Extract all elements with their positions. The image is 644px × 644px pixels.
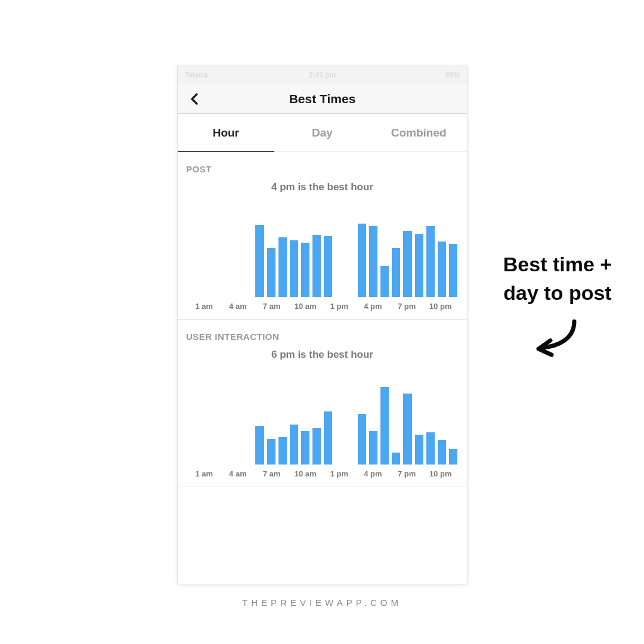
x-tick: 1 pm <box>323 469 357 478</box>
bar <box>369 431 377 465</box>
x-tick: 4 pm <box>356 469 390 478</box>
x-tick: 4 am <box>221 302 255 311</box>
bar <box>278 237 287 297</box>
bar <box>290 240 298 297</box>
bar-slot <box>233 219 241 297</box>
bar-slot <box>267 219 275 297</box>
bar <box>380 387 389 465</box>
bar-slot <box>415 219 423 297</box>
bar <box>380 266 389 297</box>
tab-day[interactable]: Day <box>274 114 371 151</box>
x-tick: 1 am <box>187 302 221 311</box>
chart-post-xaxis: 1 am4 am7 am10 am1 pm4 pm7 pm10 pm <box>186 302 459 311</box>
bar-slot <box>426 219 435 297</box>
tab-bar: Hour Day Combined <box>178 114 467 152</box>
bar-slot <box>301 219 309 297</box>
back-button[interactable] <box>186 91 203 107</box>
bar-slot <box>449 387 457 465</box>
section-post-label: POST <box>186 164 459 174</box>
phone-frame: Telstra 2:41 pm 85% Best Times Hour Day … <box>177 66 467 584</box>
bar-slot <box>415 387 423 465</box>
bar-slot <box>392 219 400 297</box>
bar-slot <box>369 387 377 465</box>
bar-slot <box>426 387 435 465</box>
bar <box>267 248 275 297</box>
bar <box>324 236 332 297</box>
bar-slot <box>312 219 321 297</box>
x-tick: 10 pm <box>423 469 457 478</box>
bar <box>392 248 400 297</box>
bar-slot <box>221 219 230 297</box>
bar-slot <box>358 219 366 297</box>
bar-slot <box>278 387 287 465</box>
tab-combined[interactable]: Combined <box>370 114 467 151</box>
bar-slot <box>449 219 457 297</box>
bar-slot <box>290 219 298 297</box>
status-battery: 85% <box>445 71 460 79</box>
x-tick: 10 am <box>289 469 323 478</box>
bar <box>438 242 446 297</box>
bar <box>403 231 411 297</box>
bar-slot <box>244 219 252 297</box>
status-carrier: Telstra <box>185 71 208 79</box>
bar <box>255 225 264 297</box>
bar-slot <box>255 387 264 465</box>
bar-slot <box>187 219 196 297</box>
bar-slot <box>210 219 218 297</box>
bar-slot <box>346 219 355 297</box>
annotation: Best time + day to post <box>489 250 626 360</box>
bar-slot <box>392 387 400 465</box>
bar <box>358 224 366 297</box>
bar <box>426 226 435 297</box>
x-tick: 1 pm <box>323 302 357 311</box>
chevron-left-icon <box>190 93 199 105</box>
bar-slot <box>369 219 377 297</box>
section-interaction: USER INTERACTION 6 pm is the best hour 1… <box>178 320 467 487</box>
bar <box>358 414 366 465</box>
status-bar: Telstra 2:41 pm 85% <box>178 66 467 84</box>
x-tick: 7 pm <box>390 302 424 311</box>
x-tick: 10 am <box>289 302 323 311</box>
bar-slot <box>403 387 411 465</box>
bar-slot <box>380 387 389 465</box>
bar <box>449 244 457 297</box>
bar <box>403 394 411 465</box>
section-interaction-subtitle: 6 pm is the best hour <box>186 349 459 361</box>
bar-slot <box>346 387 355 465</box>
chart-post <box>186 219 459 297</box>
section-interaction-label: USER INTERACTION <box>186 332 459 342</box>
bar <box>301 431 309 465</box>
bar-slot <box>187 387 196 465</box>
bar-slot <box>335 387 343 465</box>
bar <box>324 411 332 465</box>
bar-slot <box>403 219 411 297</box>
bar-slot <box>324 219 332 297</box>
bar-slot <box>278 219 287 297</box>
bar-slot <box>438 387 446 465</box>
x-tick: 7 am <box>255 469 289 478</box>
bar <box>369 226 377 297</box>
bar <box>301 243 309 297</box>
bar-slot <box>380 219 389 297</box>
bar <box>438 440 446 465</box>
bar-slot <box>199 219 207 297</box>
bar <box>392 453 400 465</box>
x-tick: 7 am <box>255 302 289 311</box>
tab-hour[interactable]: Hour <box>178 114 274 151</box>
x-tick: 10 pm <box>423 302 457 311</box>
chart-interaction <box>186 387 459 465</box>
nav-bar: Best Times <box>178 84 467 114</box>
bar <box>312 235 321 297</box>
bar-slot <box>199 387 207 465</box>
bar-slot <box>335 219 343 297</box>
footer-credit: THEPREVIEWAPP.COM <box>0 597 644 608</box>
x-tick: 4 am <box>221 469 255 478</box>
bar-slot <box>255 219 264 297</box>
bar-slot <box>233 387 241 465</box>
bar-slot <box>267 387 275 465</box>
bar <box>449 449 457 465</box>
bar-slot <box>244 387 252 465</box>
section-post-subtitle: 4 pm is the best hour <box>186 181 459 193</box>
x-tick: 7 pm <box>390 469 424 478</box>
bar <box>290 425 298 465</box>
